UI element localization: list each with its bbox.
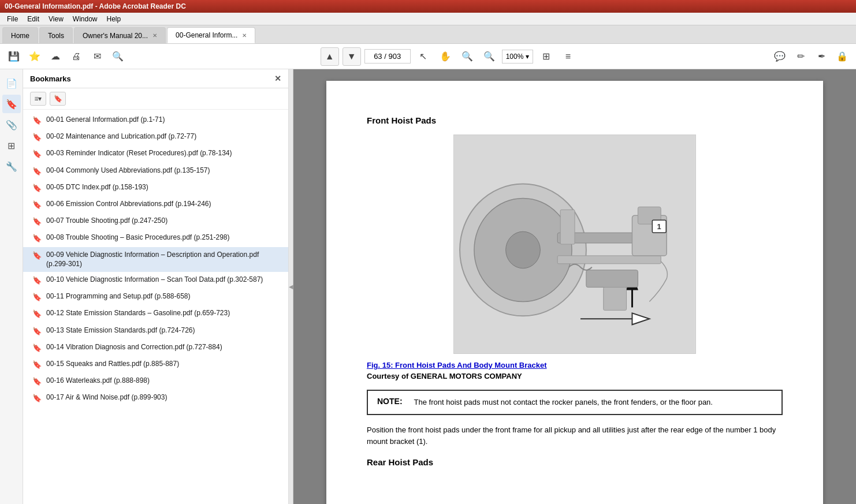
bookmark-icon-7: 🔖 <box>32 233 42 244</box>
comment-button[interactable]: 💬 <box>771 47 789 66</box>
bookmark-text-12: 00-13 State Emission Standards.pdf (p.72… <box>46 326 281 335</box>
bookmark-item-8[interactable]: 🔖 00-09 Vehicle Diagnostic Information –… <box>23 247 288 272</box>
bookmark-icon-5: 🔖 <box>32 200 42 210</box>
bookmark-item-11[interactable]: 🔖 00-12 State Emission Standards – Gasol… <box>23 305 288 322</box>
figure-caption-link[interactable]: Fig. 15: Front Hoist Pads And Body Mount… <box>367 361 547 369</box>
figure-courtesy: Courtesy of GENERAL MOTORS COMPANY <box>367 372 783 380</box>
menu-view[interactable]: View <box>44 14 68 24</box>
save-button[interactable]: 💾 <box>5 47 23 66</box>
bookmark-item-6[interactable]: 🔖 00-07 Trouble Shooting.pdf (p.247-250) <box>23 213 288 230</box>
tab-owners-manual-close[interactable]: ✕ <box>152 32 157 39</box>
bookmark-item-15[interactable]: 🔖 00-16 Waterleaks.pdf (p.888-898) <box>23 373 288 390</box>
zoom-in-button[interactable]: 🔍 <box>480 47 498 66</box>
svg-rect-17 <box>560 210 575 244</box>
bookmark-item-2[interactable]: 🔖 00-03 Reminder Indicator (Reset Proced… <box>23 145 288 162</box>
bookmark-icon-15: 🔖 <box>32 376 42 387</box>
bookmark-icon-4: 🔖 <box>32 183 42 193</box>
cursor-tool-button[interactable]: ↖ <box>414 47 433 66</box>
fit-page-button[interactable]: ⊞ <box>537 47 555 66</box>
bookmarks-title: Bookmarks <box>30 74 71 83</box>
bookmark-text-9: 00-10 Vehicle Diagnostic Information – S… <box>46 275 281 285</box>
bookmark-item-13[interactable]: 🔖 00-14 Vibration Diagnosis and Correcti… <box>23 339 288 356</box>
svg-text:1: 1 <box>657 222 661 231</box>
bookmark-text-16: 00-17 Air & Wind Noise.pdf (p.899-903) <box>46 393 281 402</box>
tab-tools-label: Tools <box>48 32 64 40</box>
bookmark-text-13: 00-14 Vibration Diagnosis and Correction… <box>46 342 281 352</box>
tab-home-label: Home <box>11 32 29 40</box>
resize-handle[interactable]: ◀ <box>289 69 293 504</box>
bookmark-item-0[interactable]: 🔖 00-01 General Information.pdf (p.1-71) <box>23 112 288 129</box>
tab-general-info-close[interactable]: ✕ <box>242 32 247 39</box>
menu-file[interactable]: File <box>2 14 23 24</box>
svg-point-3 <box>506 232 541 268</box>
zoom-display[interactable]: 100% ▾ <box>502 50 534 64</box>
nav-center: ▲ ▼ 63 / 903 ↖ ✋ 🔍 🔍 100% ▾ ⊞ ≡ <box>129 47 768 66</box>
zoom-out-button[interactable]: 🔍 <box>458 47 477 66</box>
tab-home[interactable]: Home <box>2 27 38 43</box>
protect-button[interactable]: 🔒 <box>833 47 851 66</box>
tab-tools[interactable]: Tools <box>39 27 73 43</box>
bookmark-icon-11: 🔖 <box>32 309 42 319</box>
scroll-mode-button[interactable]: ≡ <box>559 47 577 66</box>
search-button[interactable]: 🔍 <box>109 47 127 66</box>
note-box: NOTE: The front hoist pads must not cont… <box>367 390 783 415</box>
sign-button[interactable]: ✒ <box>812 47 831 66</box>
print-button[interactable]: 🖨 <box>67 47 85 66</box>
bookmark-text-3: 00-04 Commonly Used Abbreviations.pdf (p… <box>46 166 281 176</box>
bookmark-icon-2: 🔖 <box>32 149 42 159</box>
share-button[interactable]: ☁ <box>46 47 65 66</box>
draw-button[interactable]: ✏ <box>791 47 810 66</box>
figure-container: 1 <box>367 135 783 354</box>
main: 📄 🔖 📎 ⊞ 🔧 Bookmarks ✕ ≡▾ 🔖 🔖 00-01 Gener… <box>0 69 856 504</box>
bookmark-text-5: 00-06 Emission Control Abbreviations.pdf… <box>46 199 281 209</box>
bookmark-icon-14: 🔖 <box>32 360 42 370</box>
bookmark-text-4: 00-05 DTC Index.pdf (p.158-193) <box>46 182 281 192</box>
bookmarks-close-icon[interactable]: ✕ <box>274 74 281 83</box>
bookmark-icon-13: 🔖 <box>32 343 42 353</box>
bookmark-item-10[interactable]: 🔖 00-11 Programming and Setup.pdf (p.588… <box>23 289 288 305</box>
bookmark-item-12[interactable]: 🔖 00-13 State Emission Standards.pdf (p.… <box>23 323 288 339</box>
scroll-up-button[interactable]: ▲ <box>321 47 339 66</box>
side-icon-pages[interactable]: 📄 <box>2 74 21 92</box>
email-button[interactable]: ✉ <box>88 47 106 66</box>
bookmark-item-5[interactable]: 🔖 00-06 Emission Control Abbreviations.p… <box>23 196 288 213</box>
hand-tool-button[interactable]: ✋ <box>436 47 455 66</box>
bookmarks-expand-button[interactable]: 🔖 <box>50 92 66 106</box>
bookmark-text-10: 00-11 Programming and Setup.pdf (p.588-6… <box>46 292 281 301</box>
side-icon-bookmarks[interactable]: 🔖 <box>2 95 21 113</box>
bookmark-item-3[interactable]: 🔖 00-04 Commonly Used Abbreviations.pdf … <box>23 163 288 180</box>
note-text: The front hoist pads must not contact th… <box>414 397 713 408</box>
menu-window[interactable]: Window <box>68 14 102 24</box>
bookmark-icon-8: 🔖 <box>32 251 42 261</box>
bookmark-text-15: 00-16 Waterleaks.pdf (p.888-898) <box>46 376 281 386</box>
side-icon-layers[interactable]: ⊞ <box>2 136 21 155</box>
scroll-down-button[interactable]: ▼ <box>343 47 361 66</box>
tab-general-info-label: 00-General Inform... <box>176 31 237 39</box>
zoom-dropdown-icon[interactable]: ▾ <box>526 53 529 61</box>
page-display[interactable]: 63 / 903 <box>364 49 411 64</box>
toolbar: 💾 ⭐ ☁ 🖨 ✉ 🔍 ▲ ▼ 63 / 903 ↖ ✋ 🔍 🔍 100% ▾ … <box>0 44 856 69</box>
bookmark-item-14[interactable]: 🔖 00-15 Squeaks and Rattles.pdf (p.885-8… <box>23 356 288 373</box>
side-icon-attachments[interactable]: 📎 <box>2 115 21 134</box>
menu-edit[interactable]: Edit <box>23 14 44 24</box>
bookmark-text-7: 00-08 Trouble Shooting – Basic Procedure… <box>46 233 281 242</box>
bookmark-item-16[interactable]: 🔖 00-17 Air & Wind Noise.pdf (p.899-903) <box>23 390 288 406</box>
bookmark-item-4[interactable]: 🔖 00-05 DTC Index.pdf (p.158-193) <box>23 180 288 196</box>
bookmark-item-1[interactable]: 🔖 00-02 Maintenance and Lubrication.pdf … <box>23 129 288 145</box>
bookmark-item-9[interactable]: 🔖 00-10 Vehicle Diagnostic Information –… <box>23 272 288 289</box>
bookmarks-toolbar: ≡▾ 🔖 <box>23 88 288 110</box>
tab-owners-manual[interactable]: Owner's Manual 20... ✕ <box>74 27 166 43</box>
bookmark-add-button[interactable]: ⭐ <box>25 47 44 66</box>
tab-general-info[interactable]: 00-General Inform... ✕ <box>167 27 255 43</box>
side-icons: 📄 🔖 📎 ⊞ 🔧 <box>0 69 23 504</box>
bookmark-text-0: 00-01 General Information.pdf (p.1-71) <box>46 115 281 125</box>
bookmark-text-14: 00-15 Squeaks and Rattles.pdf (p.885-887… <box>46 359 281 369</box>
bookmarks-list: 🔖 00-01 General Information.pdf (p.1-71)… <box>23 110 288 504</box>
bookmark-item-7[interactable]: 🔖 00-08 Trouble Shooting – Basic Procedu… <box>23 230 288 247</box>
bookmarks-options-button[interactable]: ≡▾ <box>30 92 46 106</box>
menu-help[interactable]: Help <box>102 14 126 24</box>
pdf-area: Front Hoist Pads <box>293 69 856 504</box>
bookmark-icon-9: 🔖 <box>32 275 42 286</box>
front-hoist-title: Front Hoist Pads <box>367 115 783 125</box>
side-icon-tools[interactable]: 🔧 <box>2 157 21 176</box>
